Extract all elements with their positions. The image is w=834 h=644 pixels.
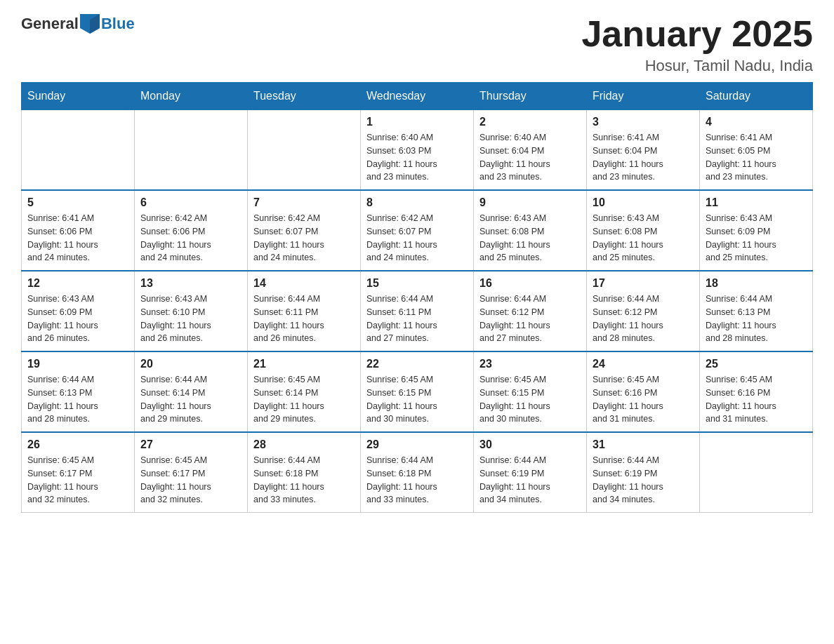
day-info: Sunrise: 6:43 AM Sunset: 6:09 PM Dayligh… (27, 293, 128, 345)
day-info: Sunrise: 6:45 AM Sunset: 6:16 PM Dayligh… (593, 373, 694, 426)
calendar-day-cell: 31Sunrise: 6:44 AM Sunset: 6:19 PM Dayli… (587, 432, 700, 513)
page-header: General Blue January 2025 Hosur, Tamil N… (21, 14, 813, 75)
location-subtitle: Hosur, Tamil Nadu, India (581, 57, 813, 75)
day-info: Sunrise: 6:44 AM Sunset: 6:12 PM Dayligh… (479, 293, 581, 345)
day-info: Sunrise: 6:45 AM Sunset: 6:16 PM Dayligh… (706, 373, 807, 426)
month-title: January 2025 (581, 14, 813, 54)
day-info: Sunrise: 6:41 AM Sunset: 6:05 PM Dayligh… (706, 131, 807, 184)
calendar-day-header: Monday (135, 83, 248, 110)
calendar-day-cell: 26Sunrise: 6:45 AM Sunset: 6:17 PM Dayli… (22, 432, 135, 513)
calendar-day-cell: 20Sunrise: 6:44 AM Sunset: 6:14 PM Dayli… (135, 351, 248, 432)
day-info: Sunrise: 6:45 AM Sunset: 6:15 PM Dayligh… (479, 373, 581, 426)
day-info: Sunrise: 6:42 AM Sunset: 6:07 PM Dayligh… (366, 212, 468, 264)
calendar-table: SundayMondayTuesdayWednesdayThursdayFrid… (21, 82, 813, 513)
calendar-day-cell: 17Sunrise: 6:44 AM Sunset: 6:12 PM Dayli… (587, 271, 700, 351)
calendar-week-row: 1Sunrise: 6:40 AM Sunset: 6:03 PM Daylig… (22, 110, 813, 191)
day-info: Sunrise: 6:44 AM Sunset: 6:13 PM Dayligh… (706, 293, 807, 345)
day-info: Sunrise: 6:42 AM Sunset: 6:07 PM Dayligh… (253, 212, 355, 264)
calendar-header-row: SundayMondayTuesdayWednesdayThursdayFrid… (22, 83, 813, 110)
calendar-day-cell (248, 110, 361, 191)
day-info: Sunrise: 6:44 AM Sunset: 6:11 PM Dayligh… (253, 293, 355, 345)
calendar-day-cell (22, 110, 135, 191)
day-number: 26 (27, 438, 128, 451)
day-number: 24 (593, 358, 694, 370)
logo-general-text: General (21, 15, 79, 33)
title-block: January 2025 Hosur, Tamil Nadu, India (581, 14, 813, 75)
calendar-week-row: 19Sunrise: 6:44 AM Sunset: 6:13 PM Dayli… (22, 351, 813, 432)
calendar-day-cell: 12Sunrise: 6:43 AM Sunset: 6:09 PM Dayli… (22, 271, 135, 351)
calendar-day-cell: 25Sunrise: 6:45 AM Sunset: 6:16 PM Dayli… (700, 351, 813, 432)
day-number: 17 (593, 277, 694, 290)
day-info: Sunrise: 6:44 AM Sunset: 6:11 PM Dayligh… (366, 293, 468, 345)
calendar-day-header: Friday (587, 83, 700, 110)
calendar-day-cell (700, 432, 813, 513)
calendar-day-cell: 6Sunrise: 6:42 AM Sunset: 6:06 PM Daylig… (135, 190, 248, 271)
calendar-day-cell: 4Sunrise: 6:41 AM Sunset: 6:05 PM Daylig… (700, 110, 813, 191)
calendar-day-cell: 30Sunrise: 6:44 AM Sunset: 6:19 PM Dayli… (474, 432, 587, 513)
day-number: 25 (706, 358, 807, 370)
calendar-day-cell (135, 110, 248, 191)
day-info: Sunrise: 6:41 AM Sunset: 6:06 PM Dayligh… (27, 212, 128, 264)
calendar-day-cell: 2Sunrise: 6:40 AM Sunset: 6:04 PM Daylig… (474, 110, 587, 191)
calendar-day-cell: 15Sunrise: 6:44 AM Sunset: 6:11 PM Dayli… (361, 271, 474, 351)
logo-icon (80, 14, 100, 34)
day-number: 21 (253, 358, 355, 370)
calendar-day-cell: 16Sunrise: 6:44 AM Sunset: 6:12 PM Dayli… (474, 271, 587, 351)
day-number: 13 (140, 277, 241, 290)
day-info: Sunrise: 6:44 AM Sunset: 6:13 PM Dayligh… (27, 373, 128, 426)
day-info: Sunrise: 6:44 AM Sunset: 6:18 PM Dayligh… (253, 454, 355, 507)
calendar-day-cell: 19Sunrise: 6:44 AM Sunset: 6:13 PM Dayli… (22, 351, 135, 432)
day-number: 9 (479, 196, 581, 209)
calendar-day-cell: 22Sunrise: 6:45 AM Sunset: 6:15 PM Dayli… (361, 351, 474, 432)
calendar-week-row: 12Sunrise: 6:43 AM Sunset: 6:09 PM Dayli… (22, 271, 813, 351)
calendar-week-row: 5Sunrise: 6:41 AM Sunset: 6:06 PM Daylig… (22, 190, 813, 271)
day-number: 12 (27, 277, 128, 290)
day-info: Sunrise: 6:44 AM Sunset: 6:12 PM Dayligh… (593, 293, 694, 345)
day-number: 30 (479, 438, 581, 451)
calendar-day-cell: 9Sunrise: 6:43 AM Sunset: 6:08 PM Daylig… (474, 190, 587, 271)
calendar-day-cell: 8Sunrise: 6:42 AM Sunset: 6:07 PM Daylig… (361, 190, 474, 271)
logo-blue-text: Blue (101, 15, 135, 33)
calendar-day-cell: 29Sunrise: 6:44 AM Sunset: 6:18 PM Dayli… (361, 432, 474, 513)
day-info: Sunrise: 6:43 AM Sunset: 6:10 PM Dayligh… (140, 293, 241, 345)
day-info: Sunrise: 6:43 AM Sunset: 6:09 PM Dayligh… (706, 212, 807, 264)
day-info: Sunrise: 6:41 AM Sunset: 6:04 PM Dayligh… (593, 131, 694, 184)
calendar-day-cell: 3Sunrise: 6:41 AM Sunset: 6:04 PM Daylig… (587, 110, 700, 191)
day-number: 14 (253, 277, 355, 290)
day-number: 2 (479, 116, 581, 128)
day-number: 7 (253, 196, 355, 209)
day-number: 10 (593, 196, 694, 209)
day-info: Sunrise: 6:43 AM Sunset: 6:08 PM Dayligh… (593, 212, 694, 264)
calendar-day-header: Tuesday (248, 83, 361, 110)
calendar-day-cell: 5Sunrise: 6:41 AM Sunset: 6:06 PM Daylig… (22, 190, 135, 271)
day-number: 23 (479, 358, 581, 370)
calendar-day-cell: 27Sunrise: 6:45 AM Sunset: 6:17 PM Dayli… (135, 432, 248, 513)
day-number: 22 (366, 358, 468, 370)
day-number: 16 (479, 277, 581, 290)
day-info: Sunrise: 6:45 AM Sunset: 6:15 PM Dayligh… (366, 373, 468, 426)
calendar-day-cell: 14Sunrise: 6:44 AM Sunset: 6:11 PM Dayli… (248, 271, 361, 351)
day-number: 5 (27, 196, 128, 209)
day-info: Sunrise: 6:45 AM Sunset: 6:17 PM Dayligh… (27, 454, 128, 507)
day-number: 28 (253, 438, 355, 451)
calendar-day-header: Saturday (700, 83, 813, 110)
day-number: 18 (706, 277, 807, 290)
calendar-day-cell: 11Sunrise: 6:43 AM Sunset: 6:09 PM Dayli… (700, 190, 813, 271)
calendar-day-cell: 24Sunrise: 6:45 AM Sunset: 6:16 PM Dayli… (587, 351, 700, 432)
day-info: Sunrise: 6:44 AM Sunset: 6:14 PM Dayligh… (140, 373, 241, 426)
day-info: Sunrise: 6:40 AM Sunset: 6:04 PM Dayligh… (479, 131, 581, 184)
day-number: 4 (706, 116, 807, 128)
logo: General Blue (21, 14, 135, 34)
day-info: Sunrise: 6:44 AM Sunset: 6:19 PM Dayligh… (593, 454, 694, 507)
calendar-day-header: Wednesday (361, 83, 474, 110)
day-info: Sunrise: 6:40 AM Sunset: 6:03 PM Dayligh… (366, 131, 468, 184)
day-info: Sunrise: 6:43 AM Sunset: 6:08 PM Dayligh… (479, 212, 581, 264)
day-number: 19 (27, 358, 128, 370)
calendar-day-cell: 13Sunrise: 6:43 AM Sunset: 6:10 PM Dayli… (135, 271, 248, 351)
calendar-day-cell: 21Sunrise: 6:45 AM Sunset: 6:14 PM Dayli… (248, 351, 361, 432)
day-info: Sunrise: 6:42 AM Sunset: 6:06 PM Dayligh… (140, 212, 241, 264)
day-number: 29 (366, 438, 468, 451)
day-number: 20 (140, 358, 241, 370)
day-info: Sunrise: 6:45 AM Sunset: 6:14 PM Dayligh… (253, 373, 355, 426)
calendar-day-cell: 23Sunrise: 6:45 AM Sunset: 6:15 PM Dayli… (474, 351, 587, 432)
